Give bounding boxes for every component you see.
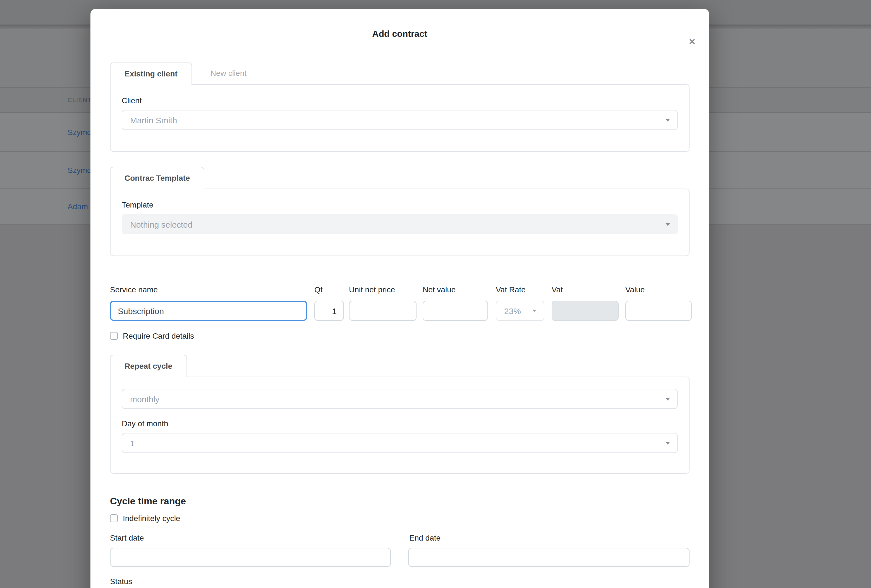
net-value-field: Net value (423, 286, 488, 321)
day-of-month-select[interactable]: 1 (122, 433, 678, 453)
chevron-down-icon (666, 119, 670, 122)
chevron-down-icon (666, 398, 670, 401)
start-date-input[interactable] (110, 548, 391, 567)
vat-rate-label: Vat Rate (496, 286, 544, 294)
repeat-tabs: Repeat cycle (110, 355, 690, 377)
client-select[interactable]: Martin Smith (122, 110, 678, 130)
service-name-value: Subscription (118, 306, 164, 315)
client-label: Client (122, 97, 678, 104)
template-select[interactable]: Nothing selected (122, 214, 678, 234)
unit-net-price-field: Unit net price (349, 286, 416, 321)
chevron-down-icon (666, 223, 670, 226)
template-label: Template (122, 201, 678, 209)
tab-repeat-cycle[interactable]: Repeat cycle (110, 355, 187, 377)
indefinitely-checkbox[interactable] (110, 514, 118, 522)
vat-label: Vat (552, 286, 619, 294)
vat-input (552, 301, 619, 321)
repeat-cycle-value: monthly (130, 394, 159, 404)
unit-net-price-input[interactable] (349, 301, 416, 321)
indefinitely-row: Indefinitely cycle (110, 514, 690, 522)
qt-field: Qt (314, 286, 344, 321)
client-column-header: CLIENT (67, 97, 92, 103)
template-tabs: Contrac Template (110, 167, 690, 189)
start-date-label: Start date (110, 534, 392, 542)
unit-net-price-label: Unit net price (349, 286, 416, 294)
template-select-value: Nothing selected (130, 219, 193, 229)
date-labels-row: Start date End date (110, 534, 690, 542)
client-select-value: Martin Smith (130, 115, 177, 125)
day-of-month-value: 1 (130, 438, 135, 448)
chevron-down-icon (532, 310, 537, 312)
require-card-label: Require Card details (123, 332, 194, 340)
end-date-input[interactable] (408, 548, 690, 567)
screen: CLIENT Szymon Szymon Adam M Add contract… (0, 0, 871, 588)
status-label: Status (110, 578, 690, 585)
repeat-cycle-select[interactable]: monthly (122, 389, 678, 409)
tab-contract-template[interactable]: Contrac Template (110, 167, 204, 189)
modal-title: Add contract (110, 29, 690, 39)
date-inputs-row (110, 548, 690, 567)
service-row: Service name Subscription Qt Unit net pr… (110, 286, 690, 321)
text-cursor (165, 306, 165, 316)
value-input[interactable] (626, 301, 692, 321)
vat-rate-value: 23% (504, 306, 521, 315)
end-date-label: End date (409, 534, 440, 542)
qt-input[interactable] (314, 301, 344, 321)
indefinitely-label: Indefinitely cycle (123, 514, 180, 522)
vat-rate-select[interactable]: 23% (496, 301, 544, 321)
close-icon[interactable]: ✕ (689, 37, 696, 46)
repeat-panel: monthly Day of month 1 (110, 376, 690, 474)
chevron-down-icon (666, 442, 670, 445)
value-field: Value (626, 286, 692, 321)
client-panel: Client Martin Smith (110, 84, 690, 152)
vat-field: Vat (552, 286, 619, 321)
client-tabs: Existing client New client (110, 63, 690, 85)
qt-label: Qt (314, 286, 344, 294)
require-card-row: Require Card details (110, 332, 690, 340)
cycle-time-range-heading: Cycle time range (110, 497, 690, 506)
vat-rate-field: Vat Rate 23% (496, 286, 544, 321)
service-name-field: Service name Subscription (110, 286, 307, 321)
tab-new-client[interactable]: New client (192, 63, 265, 85)
net-value-label: Net value (423, 286, 488, 294)
require-card-checkbox[interactable] (110, 332, 118, 340)
add-contract-modal: Add contract ✕ Existing client New clien… (90, 9, 709, 588)
net-value-input[interactable] (423, 301, 488, 321)
value-label: Value (626, 286, 692, 294)
service-name-input[interactable]: Subscription (110, 301, 307, 321)
template-panel: Template Nothing selected (110, 188, 690, 256)
service-name-label: Service name (110, 286, 307, 294)
day-of-month-label: Day of month (122, 419, 678, 427)
tab-existing-client[interactable]: Existing client (110, 63, 192, 85)
